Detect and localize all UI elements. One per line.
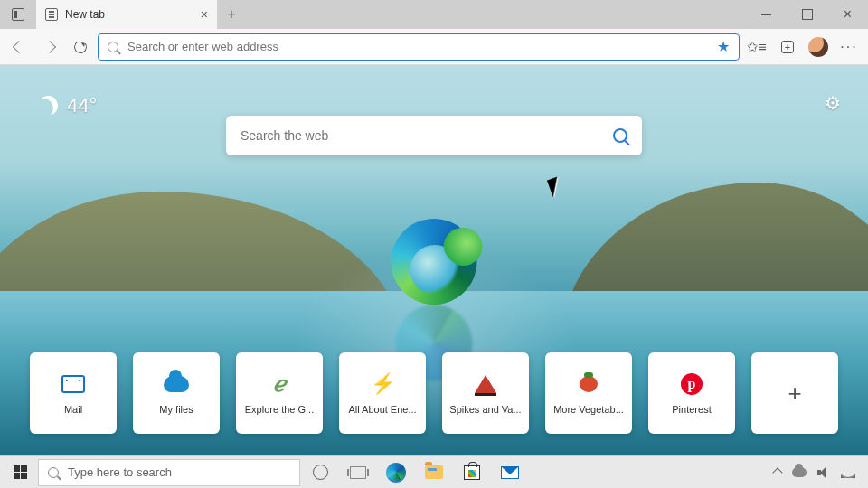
onedrive-icon xyxy=(164,371,189,397)
favorite-star-button[interactable]: ★ xyxy=(717,38,730,55)
volume-icon[interactable] xyxy=(817,467,830,478)
show-hidden-icons-button[interactable] xyxy=(772,467,782,477)
tabs-set-aside-button[interactable] xyxy=(0,0,36,29)
quick-link-tile[interactable]: My files xyxy=(133,352,220,434)
more-menu-button[interactable]: ··· xyxy=(835,33,863,61)
mail-icon xyxy=(501,466,519,479)
search-icon xyxy=(108,42,118,52)
arrow-right-icon xyxy=(43,40,56,52)
swirl-green-icon: ℯ xyxy=(267,371,292,397)
tile-label: Spikes and Va... xyxy=(449,404,521,415)
weather-temp: 44° xyxy=(67,94,97,117)
web-search-input[interactable] xyxy=(241,128,600,143)
avatar-icon xyxy=(808,37,828,57)
tile-label: Pinterest xyxy=(672,404,711,415)
microsoft-store-icon xyxy=(464,465,480,480)
lightning-icon: ⚡ xyxy=(370,371,395,397)
quick-link-tile[interactable]: ℯ Explore the G... xyxy=(236,352,323,434)
quick-link-tile[interactable]: Mail xyxy=(30,352,117,434)
taskbar-app-file-explorer[interactable] xyxy=(416,456,452,489)
outlook-icon xyxy=(61,371,86,397)
tile-label: Mail xyxy=(64,404,82,415)
weather-widget[interactable]: 44° xyxy=(38,94,97,117)
tab-close-button[interactable]: × xyxy=(201,7,208,22)
quick-link-tile[interactable]: ⚡ All About Ene... xyxy=(339,352,426,434)
refresh-button[interactable] xyxy=(67,33,94,61)
tile-label: Explore the G... xyxy=(245,404,314,415)
tomato-icon xyxy=(576,371,601,397)
cortana-icon xyxy=(313,465,328,480)
arrow-left-icon xyxy=(13,40,25,52)
plus-icon: + xyxy=(788,380,801,408)
task-view-icon xyxy=(350,466,366,479)
browser-toolbar: ★ ✩≡ + ··· xyxy=(0,29,868,65)
taskbar-app-store[interactable] xyxy=(454,456,490,489)
collections-button[interactable]: + xyxy=(774,33,801,61)
close-window-button[interactable]: × xyxy=(827,0,868,29)
search-icon xyxy=(613,128,627,143)
taskbar-search[interactable]: Type here to search xyxy=(38,459,300,486)
edge-logo xyxy=(392,219,477,305)
add-quick-link-button[interactable]: + xyxy=(751,352,838,434)
back-button[interactable] xyxy=(5,33,33,61)
pinterest-icon: p xyxy=(679,371,704,397)
quick-link-tile[interactable]: p Pinterest xyxy=(648,352,735,434)
title-bar: New tab × + × xyxy=(0,0,868,29)
refresh-icon xyxy=(73,39,88,53)
onedrive-tray-icon[interactable] xyxy=(792,467,807,477)
cortana-button[interactable] xyxy=(302,456,338,489)
taskbar-app-edge[interactable] xyxy=(378,456,414,489)
page-settings-button[interactable]: ⚙ xyxy=(825,92,841,114)
quick-links: Mail My files ℯ Explore the G... ⚡ All A… xyxy=(30,352,838,434)
tile-label: My files xyxy=(159,404,193,415)
maximize-button[interactable] xyxy=(787,0,827,29)
tile-label: All About Ene... xyxy=(348,404,416,415)
titlebar-drag-region[interactable] xyxy=(246,0,746,29)
address-input[interactable] xyxy=(127,40,708,53)
search-icon xyxy=(48,467,59,478)
edge-icon xyxy=(386,463,406,483)
forward-button[interactable] xyxy=(36,33,63,61)
profile-button[interactable] xyxy=(805,33,832,61)
task-view-button[interactable] xyxy=(340,456,376,489)
moon-icon xyxy=(34,92,61,119)
file-explorer-icon xyxy=(425,465,443,479)
pyramid-icon xyxy=(473,371,498,397)
web-search-box[interactable] xyxy=(226,116,642,155)
window-controls: × xyxy=(746,0,868,29)
quick-link-tile[interactable]: More Vegetab... xyxy=(545,352,632,434)
favorites-icon: ✩≡ xyxy=(747,39,767,55)
set-aside-icon xyxy=(12,8,24,21)
start-button[interactable] xyxy=(4,456,36,489)
favorites-list-button[interactable]: ✩≡ xyxy=(743,33,770,61)
new-tab-button[interactable]: + xyxy=(217,0,246,29)
taskbar-app-mail[interactable] xyxy=(492,456,528,489)
minimize-button[interactable] xyxy=(746,0,787,29)
windows-taskbar: Type here to search xyxy=(0,455,868,488)
browser-tab[interactable]: New tab × xyxy=(36,0,217,29)
tab-title: New tab xyxy=(65,8,105,21)
windows-logo-icon xyxy=(14,465,27,479)
address-bar[interactable]: ★ xyxy=(98,33,740,61)
collections-icon: + xyxy=(781,41,794,53)
page-icon xyxy=(45,8,58,21)
quick-link-tile[interactable]: Spikes and Va... xyxy=(442,352,529,434)
network-icon[interactable] xyxy=(841,467,855,478)
taskbar-search-placeholder: Type here to search xyxy=(68,465,172,479)
new-tab-page: 44° ⚙ Mail My files ℯ Explore the G... ⚡… xyxy=(0,65,868,455)
system-tray xyxy=(774,467,864,478)
tile-label: More Vegetab... xyxy=(553,404,624,415)
